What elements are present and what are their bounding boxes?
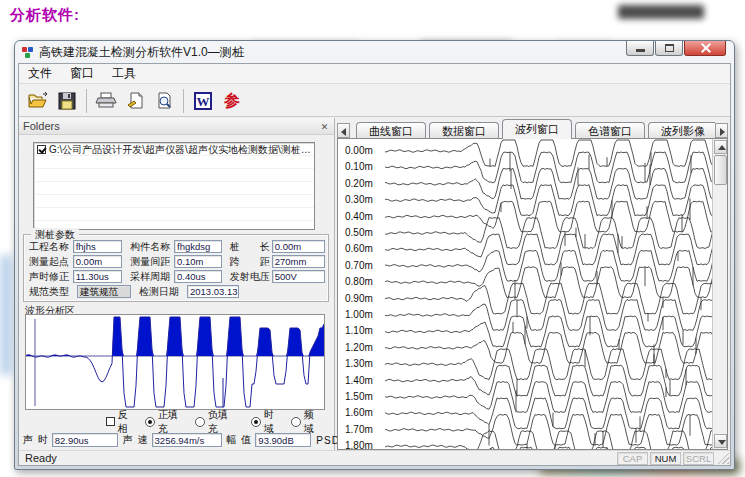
- save-floppy-icon: [57, 91, 77, 111]
- scroll-thumb[interactable]: [714, 155, 727, 185]
- fill-mode-radio[interactable]: [145, 417, 155, 427]
- page-title: 分析软件:: [10, 6, 80, 25]
- analysis-positive-fill: [26, 317, 324, 356]
- app-window: 高铁建混凝土检测分析软件V1.0—测桩 文件窗口工具: [14, 40, 735, 470]
- left-panel: Folders G:\公司产品设计开发\超声仪器\超声仪实地检测数据\测桩cd\…: [19, 118, 335, 450]
- wave-trace: [385, 152, 717, 183]
- tab-4[interactable]: 波列影像: [648, 122, 715, 139]
- wave-trace: [385, 398, 717, 446]
- param-row: 工程名称fhjhs构件名称fhgkdsg桩 长0.00m: [27, 239, 325, 254]
- open-folder-icon: [27, 91, 49, 111]
- domain-mode-radio[interactable]: [291, 417, 301, 427]
- app-icon: [22, 46, 34, 58]
- wave-trace: [385, 271, 717, 322]
- save-button[interactable]: [54, 88, 80, 114]
- readout-0: 声 时82.90us: [23, 433, 118, 447]
- tab-scroll-right-icon[interactable]: [715, 123, 728, 138]
- readout-label: 声 时: [23, 433, 49, 447]
- status-key-num: NUM: [650, 452, 681, 465]
- scroll-up-icon[interactable]: [714, 140, 727, 154]
- word-export-button[interactable]: W: [190, 88, 216, 114]
- readout-label: 幅 值: [227, 433, 253, 447]
- blurred-artifact: [618, 5, 704, 19]
- param-field[interactable]: 270mm: [272, 255, 325, 268]
- param-label: 桩 长: [230, 240, 272, 254]
- open-button[interactable]: [25, 88, 51, 114]
- depth-label: 0.40m: [345, 211, 373, 222]
- tab-1[interactable]: 数据窗口: [429, 122, 499, 139]
- param-field[interactable]: 0.10m: [174, 255, 222, 268]
- param-field[interactable]: 0.00m: [272, 240, 325, 253]
- param-field[interactable]: 0.00m: [73, 255, 123, 268]
- depth-label: 1.10m: [345, 325, 373, 336]
- param-field[interactable]: fhgkdsg: [174, 240, 222, 253]
- wave-trace: [385, 250, 717, 299]
- param-label: 发射电压: [230, 270, 272, 284]
- param-field[interactable]: fhjhs: [73, 240, 123, 253]
- param-settings-button[interactable]: 参: [219, 88, 245, 114]
- depth-label: 0.20m: [345, 178, 373, 189]
- tab-3[interactable]: 色谱窗口: [575, 122, 645, 139]
- fill-mode-radio[interactable]: [195, 417, 205, 427]
- folder-list-item[interactable]: G:\公司产品设计开发\超声仪器\超声仪实地检测数据\测桩cd\cd03\cd0…: [34, 143, 314, 156]
- close-icon: [701, 43, 711, 53]
- depth-label: 0.10m: [345, 161, 373, 172]
- folders-title: Folders: [23, 120, 60, 132]
- window-title: 高铁建混凝土检测分析软件V1.0—测桩: [39, 44, 244, 61]
- close-button[interactable]: [684, 41, 726, 56]
- depth-label: 0.80m: [345, 276, 373, 287]
- depth-label: 0.30m: [345, 194, 373, 205]
- word-icon: W: [193, 91, 213, 111]
- toolbar: W 参: [19, 85, 730, 117]
- wave-trace: [385, 316, 717, 354]
- invert-checkbox[interactable]: [106, 417, 115, 426]
- depth-label: 0.00m: [345, 145, 373, 156]
- tab-2[interactable]: 波列窗口: [502, 119, 572, 139]
- param-label: 测量起点: [29, 255, 73, 269]
- depth-label: 1.00m: [345, 309, 373, 320]
- folders-list[interactable]: G:\公司产品设计开发\超声仪器\超声仪实地检测数据\测桩cd\cd03\cd0…: [33, 142, 315, 230]
- domain-mode-radio[interactable]: [251, 417, 261, 427]
- svg-text:W: W: [197, 94, 210, 109]
- scroll-down-icon[interactable]: [714, 434, 727, 448]
- depth-label: 1.60m: [345, 407, 373, 418]
- tab-scroll-left-icon[interactable]: [337, 123, 350, 138]
- print-preview-button[interactable]: [151, 88, 177, 114]
- wave-analysis-plot[interactable]: [25, 314, 325, 410]
- wave-trace: [385, 345, 717, 398]
- depth-label: 0.90m: [345, 293, 373, 304]
- param-field[interactable]: 0.40us: [174, 270, 222, 283]
- vertical-scrollbar[interactable]: [712, 139, 727, 449]
- tab-0[interactable]: 曲线窗口: [356, 122, 426, 139]
- menu-item-0[interactable]: 文件: [19, 63, 61, 84]
- param-label: 规范类型: [29, 285, 77, 299]
- status-key-cap: CAP: [617, 452, 648, 465]
- folders-close-icon[interactable]: [318, 120, 331, 133]
- pile-params-group: 测桩参数 工程名称fhjhs构件名称fhgkdsg桩 长0.00m测量起点0.0…: [23, 234, 329, 302]
- readout-field[interactable]: 93.90dB: [255, 433, 311, 447]
- readout-field[interactable]: 82.90us: [52, 433, 118, 447]
- tab-strip: 曲线窗口数据窗口波列窗口色谱窗口波列影像: [337, 118, 728, 139]
- folder-checkbox[interactable]: [37, 145, 46, 154]
- wave-train-panel[interactable]: 0.00m0.10m0.20m0.30m0.40m0.50m0.60m0.70m…: [337, 138, 728, 450]
- menu-item-2[interactable]: 工具: [103, 63, 145, 84]
- readout-label: 声 速: [123, 433, 149, 447]
- status-text: Ready: [25, 452, 57, 464]
- resize-grip-icon[interactable]: [717, 452, 729, 464]
- desktop: 分析软件: 高铁建混凝土检测分析软件V1.0—测桩 文件窗口工具: [0, 0, 745, 477]
- param-field[interactable]: 500V: [272, 270, 325, 283]
- param-label: 采样周期: [130, 270, 174, 284]
- readout-field[interactable]: 3256.94m/s: [152, 433, 222, 447]
- print-button[interactable]: [93, 88, 119, 114]
- minimize-button[interactable]: [626, 41, 654, 56]
- export-tool-button[interactable]: [122, 88, 148, 114]
- maximize-button[interactable]: [655, 41, 683, 56]
- param-label: 构件名称: [130, 240, 174, 254]
- menu-item-1[interactable]: 窗口: [61, 63, 103, 84]
- param-field[interactable]: 2013.03.13: [187, 285, 239, 298]
- page-tool-icon: [125, 91, 145, 111]
- right-panel: 曲线窗口数据窗口波列窗口色谱窗口波列影像 0.00m0.10m0.20m0.30…: [337, 118, 728, 450]
- pile-params-rows: 工程名称fhjhs构件名称fhgkdsg桩 长0.00m测量起点0.00m测量间…: [27, 239, 325, 299]
- param-field[interactable]: 建筑规范: [77, 285, 131, 298]
- param-field[interactable]: 11.30us: [73, 270, 123, 283]
